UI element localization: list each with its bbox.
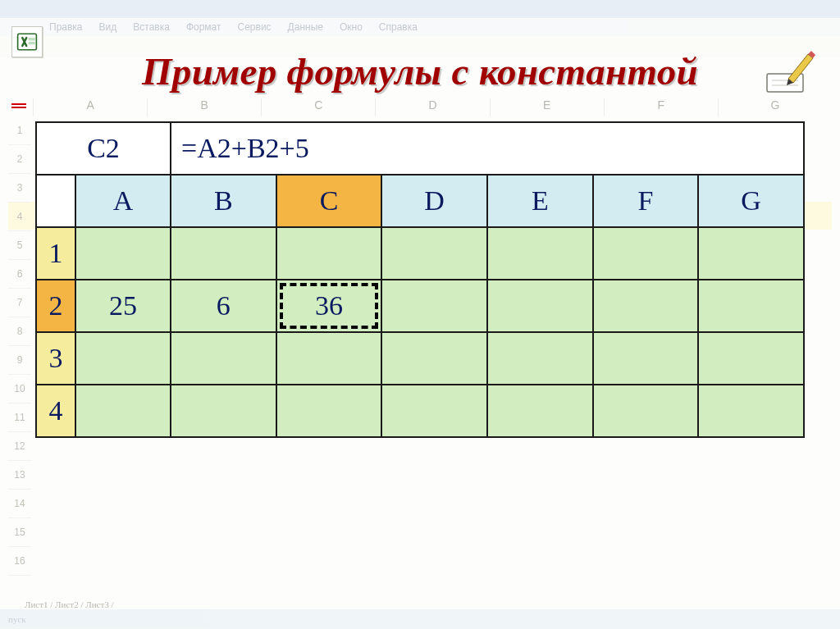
cell-b2: 6 <box>171 280 276 332</box>
row-header-2: 2 <box>36 280 75 332</box>
cell-c2: 36 <box>276 280 382 332</box>
cell-f3 <box>593 332 699 385</box>
excel-shortcut-icon <box>11 26 43 57</box>
cell-b4 <box>171 385 276 437</box>
cell-g4 <box>698 385 804 437</box>
cell-c2-value: 36 <box>315 290 343 321</box>
column-header-row: A B C D E F G <box>36 175 804 227</box>
cell-c4 <box>276 385 382 437</box>
divider-double-dash <box>11 103 829 108</box>
cell-e2 <box>487 280 593 332</box>
cell-g1 <box>698 227 804 280</box>
table-row: 3 <box>36 332 804 385</box>
cell-d3 <box>381 332 487 385</box>
table-row: 4 <box>36 385 804 437</box>
row-header-4: 4 <box>36 385 75 437</box>
cell-e1 <box>487 227 593 280</box>
col-header-g: G <box>698 175 804 227</box>
cell-a2: 25 <box>75 280 171 332</box>
cell-d1 <box>381 227 487 280</box>
col-header-e: E <box>487 175 593 227</box>
table-row: 2 25 6 36 <box>36 280 804 332</box>
cell-g3 <box>698 332 804 385</box>
col-header-f: F <box>593 175 699 227</box>
col-header-b: B <box>171 175 276 227</box>
cell-b1 <box>171 227 276 280</box>
slide-title: Пример формулы с константой <box>0 49 840 93</box>
row-header-1: 1 <box>36 227 75 280</box>
row-header-3: 3 <box>36 332 75 385</box>
cell-f2 <box>593 280 699 332</box>
col-header-c: C <box>276 175 382 227</box>
cell-d4 <box>381 385 487 437</box>
formula-expression: =A2+B2+5 <box>171 122 804 175</box>
table-row: 1 <box>36 227 804 280</box>
col-header-d: D <box>381 175 487 227</box>
svg-rect-1 <box>29 38 35 40</box>
corner-cell <box>36 175 75 227</box>
cell-b3 <box>171 332 276 385</box>
cell-c1 <box>276 227 382 280</box>
example-table: C2 =A2+B2+5 A B C D E F G 1 <box>35 121 805 438</box>
col-header-a: A <box>75 175 171 227</box>
cell-a1 <box>75 227 171 280</box>
slide-content: Пример формулы с константой C2 =A2+B2+5 … <box>0 0 840 629</box>
cell-c3 <box>276 332 382 385</box>
cell-a4 <box>75 385 171 437</box>
pencil-notepad-icon <box>763 46 817 95</box>
formula-bar-row: C2 =A2+B2+5 <box>36 122 804 175</box>
cell-f1 <box>593 227 699 280</box>
cell-g2 <box>698 280 804 332</box>
cell-e3 <box>487 332 593 385</box>
svg-rect-2 <box>29 42 35 44</box>
cell-e4 <box>487 385 593 437</box>
cell-d2 <box>381 280 487 332</box>
cell-f4 <box>593 385 699 437</box>
cell-a3 <box>75 332 171 385</box>
cell-reference: C2 <box>36 122 171 175</box>
